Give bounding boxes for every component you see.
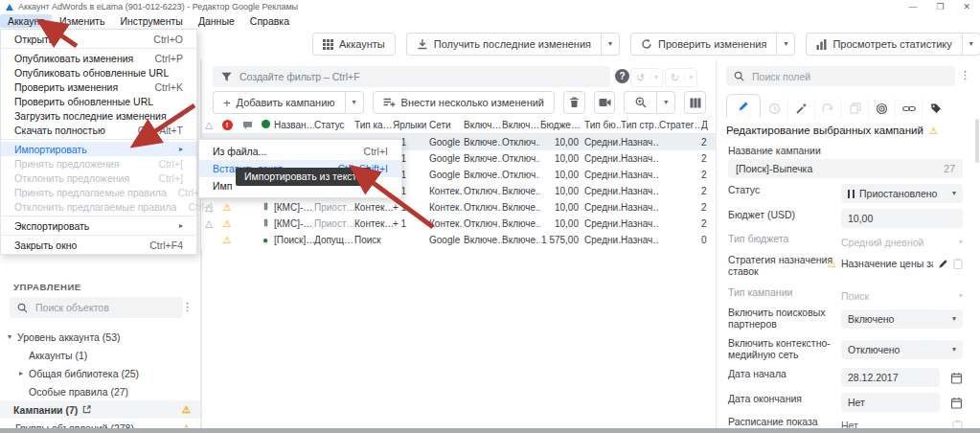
- columns-button[interactable]: [684, 91, 706, 114]
- menu-item-post-updated-urls[interactable]: Опубликовать обновленные URL: [1, 65, 196, 80]
- menu-account[interactable]: Аккаунт: [0, 14, 52, 28]
- column-header-status[interactable]: Статус: [314, 120, 354, 130]
- tab-edit-pencil[interactable]: [726, 94, 761, 118]
- status-column-icon[interactable]: [257, 120, 274, 130]
- cell-incl-display: Отключ…: [502, 137, 540, 148]
- chevron-down-icon[interactable]: ▾: [684, 74, 696, 81]
- delete-button[interactable]: [563, 91, 585, 114]
- menu-item-check-changes[interactable]: Проверить изменения Ctrl+K: [1, 80, 196, 94]
- menu-item-download-full[interactable]: Скачать полностью Ctrl+Alt+T: [1, 123, 196, 137]
- view-stats-button[interactable]: Просмотреть статистику: [806, 33, 961, 56]
- budget-input[interactable]: 10,00: [841, 209, 963, 228]
- submenu-item-from-file[interactable]: Из файла... Ctrl+I: [199, 143, 401, 160]
- kebab-menu-icon[interactable]: ⋮: [182, 301, 193, 313]
- cell-last: 2: [701, 170, 713, 180]
- menu-item-post-changes[interactable]: Опубликовать изменения Ctrl+P: [1, 51, 196, 65]
- search-replace-dropdown[interactable]: ▾: [656, 91, 675, 114]
- redo-icon[interactable]: ↻: [666, 72, 684, 84]
- check-changes-dropdown[interactable]: ▾: [776, 33, 795, 56]
- menu-item-close-window[interactable]: Закрыть окно Ctrl+F4: [1, 238, 196, 252]
- search-partners-select[interactable]: Включено ▾: [841, 309, 963, 329]
- tab-link-icon[interactable]: [895, 99, 922, 118]
- menu-edit[interactable]: Изменить: [52, 14, 112, 28]
- menu-item-import[interactable]: Импортировать ▸: [1, 142, 196, 156]
- undo-button-group[interactable]: ↺ ▾: [630, 68, 663, 87]
- minimize-button[interactable]: —: [908, 2, 917, 11]
- calendar-icon[interactable]: [950, 397, 963, 409]
- row-alert-icon: ⚠: [217, 236, 238, 245]
- add-campaign-button[interactable]: + Добавить кампанию: [213, 91, 345, 114]
- restore-button[interactable]: ❐: [936, 2, 944, 11]
- column-header-bid-limit[interactable]: Тип стр…: [621, 120, 659, 130]
- video-button[interactable]: [594, 91, 616, 114]
- bulk-edit-button[interactable]: Внести несколько изменений: [373, 91, 555, 114]
- cell-incl-display: Отключ…: [502, 153, 540, 164]
- start-date-input[interactable]: 28.12.2017: [841, 368, 940, 387]
- panel-scrollbar[interactable]: [975, 119, 979, 163]
- view-stats-dropdown[interactable]: ▾: [962, 33, 980, 56]
- warning-outline-column-icon[interactable]: △: [201, 121, 217, 130]
- table-row[interactable]: ⚠ ● [Поиск]… Допущ… Поиск Google … Включ…: [201, 232, 716, 248]
- menu-tools[interactable]: Инструменты: [112, 14, 190, 28]
- menu-item-accept-suggested-rules: Принять предлагаемые правила Ctrl+{: [1, 185, 196, 199]
- column-header-type[interactable]: Тип ка…: [354, 120, 393, 130]
- status-select[interactable]: Приостановлено ▾: [841, 184, 963, 203]
- edit-panel: Поиск полей ⋮ Редактирование выбранных к…: [716, 59, 980, 428]
- column-header-incl-display[interactable]: Включ…: [502, 120, 540, 130]
- tree-shared-library[interactable]: ▸ Общая библиотека (25): [0, 364, 200, 382]
- tree-open-icon[interactable]: ▾: [8, 332, 17, 341]
- menu-help[interactable]: Справка: [242, 14, 297, 28]
- field-search-input[interactable]: Поиск полей: [726, 66, 955, 86]
- get-recent-changes-button[interactable]: Получить последние изменения: [406, 33, 601, 56]
- display-network-select[interactable]: Отключено ▾: [841, 340, 963, 359]
- menu-item-get-recent-changes[interactable]: Загрузить последние изменения ▸: [1, 108, 196, 123]
- undo-icon[interactable]: ↺: [631, 72, 650, 84]
- search-replace-button[interactable]: [624, 91, 656, 114]
- help-icon[interactable]: ?: [615, 69, 629, 83]
- tree-accounts[interactable]: Аккаунты (1): [0, 346, 200, 364]
- tree-account-level[interactable]: ▾ Уровень аккаунта (53): [0, 328, 200, 346]
- table-row[interactable]: △ ⚠ Ⅱ [КМС]-… Приост… Контек… + 1 Контек…: [201, 199, 716, 216]
- column-header-labels[interactable]: Ярлыки: [393, 120, 429, 130]
- comment-column-icon[interactable]: [238, 120, 257, 129]
- column-header-networks[interactable]: Сети: [429, 120, 464, 130]
- filter-input[interactable]: Создайте фильтр – Ctrl+F: [213, 66, 610, 87]
- external-link-icon[interactable]: [82, 405, 91, 414]
- cell-incl-search: Включе…: [464, 170, 502, 180]
- column-header-strategy[interactable]: Стратег…: [659, 120, 701, 130]
- chevron-down-icon[interactable]: ▾: [650, 74, 662, 81]
- accounts-button[interactable]: Аккаунты: [312, 33, 396, 56]
- edit-pencil-icon[interactable]: [938, 259, 948, 269]
- tab-label-icon[interactable]: [922, 99, 948, 118]
- tree-custom-rules[interactable]: Особые правила (27): [0, 382, 200, 400]
- end-date-input[interactable]: Нет: [841, 393, 940, 412]
- column-header-last[interactable]: Д: [701, 120, 713, 130]
- cell-strategy: Назнач…: [621, 235, 659, 245]
- get-recent-changes-dropdown[interactable]: ▾: [601, 33, 620, 56]
- menu-item-export[interactable]: Экспортировать ▸: [1, 218, 196, 233]
- tree-closed-icon[interactable]: ▸: [19, 369, 29, 377]
- column-header-budget-type[interactable]: Тип бю…: [584, 120, 621, 130]
- tab-target-icon[interactable]: [868, 99, 895, 118]
- cell-incl-display: Включе…: [502, 218, 540, 229]
- menu-data[interactable]: Данные: [191, 14, 242, 28]
- close-button[interactable]: ✕: [963, 2, 970, 11]
- cell-budget-type: Средни…: [584, 235, 621, 245]
- redo-button-group[interactable]: ↻ ▾: [665, 68, 697, 87]
- add-campaign-dropdown[interactable]: ▾: [345, 91, 364, 114]
- table-row[interactable]: △ ⚠ Ⅱ [КМС]-… Приост… Контек… + 1 Контек…: [201, 216, 716, 232]
- tree-campaigns-selected[interactable]: Кампании (7) ⚠: [0, 400, 200, 419]
- get-recent-changes-label: Получить последние изменения: [434, 38, 591, 50]
- column-header-name[interactable]: Назван…: [274, 120, 314, 130]
- kebab-menu-icon[interactable]: ⋮: [960, 69, 970, 81]
- menu-item-check-updated-urls[interactable]: Проверить обновленные URL: [1, 94, 196, 108]
- column-header-budget[interactable]: Бюдже…: [540, 120, 584, 130]
- column-header-incl-search[interactable]: Включ…: [464, 120, 502, 130]
- error-column-icon[interactable]: !: [217, 120, 238, 130]
- object-search-input[interactable]: Поиск объектов: [10, 297, 183, 318]
- tab-wand-icon[interactable]: [787, 99, 814, 118]
- calendar-icon[interactable]: [950, 372, 963, 384]
- check-changes-button[interactable]: Проверить изменения: [630, 33, 776, 56]
- menu-item-open[interactable]: Открыть Ctrl+O: [1, 32, 196, 46]
- campaign-name-input[interactable]: [Поиск]-Выпечка 27: [728, 159, 963, 178]
